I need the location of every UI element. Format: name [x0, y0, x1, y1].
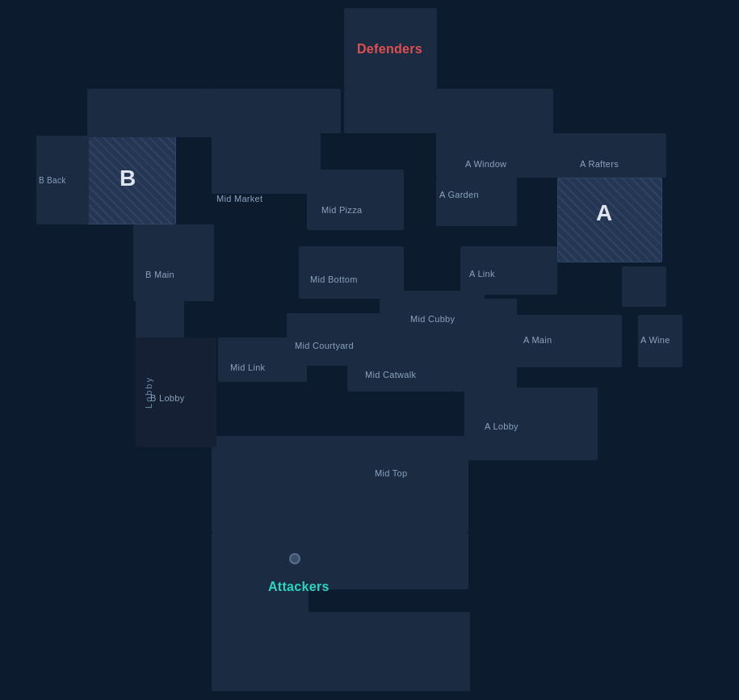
mid-pizza-area: [307, 170, 404, 230]
b-top-corridor: [87, 89, 212, 137]
a-site-label: A: [596, 200, 612, 226]
top-center: [344, 89, 437, 133]
b-site-label: B: [120, 166, 136, 191]
a-rafters-area: [549, 133, 666, 178]
b-back-area: [36, 136, 89, 224]
a-right-connector: [622, 266, 666, 307]
a-window-area: [436, 133, 553, 178]
defenders-spawn-area: [344, 8, 437, 89]
b-main-area: [133, 224, 214, 301]
a-garden-area: [436, 178, 517, 226]
bottom-left-lower: [212, 533, 309, 614]
a-main-area: [513, 315, 622, 367]
mid-catwalk-area: [347, 347, 452, 392]
mid-market-area: [212, 133, 321, 194]
a-lobby-area: [464, 388, 598, 460]
mid-market-label: Mid Market: [216, 194, 262, 203]
connector-mid-a: [452, 299, 517, 392]
bottom-left-corridor: [212, 436, 309, 533]
top-connector-left: [212, 89, 341, 133]
attackers-spawn-main: [212, 612, 470, 691]
attacker-spawn-dot: [289, 553, 300, 564]
a-link-area: [460, 246, 557, 295]
bottom-center: [307, 533, 468, 589]
a-wine-area: [638, 315, 682, 367]
map-container: Defenders Attackers B Back B B Main B Lo…: [0, 0, 739, 700]
mid-top-area: [307, 436, 468, 533]
mid-link-area: [218, 337, 307, 382]
lobby-area: [136, 337, 216, 447]
